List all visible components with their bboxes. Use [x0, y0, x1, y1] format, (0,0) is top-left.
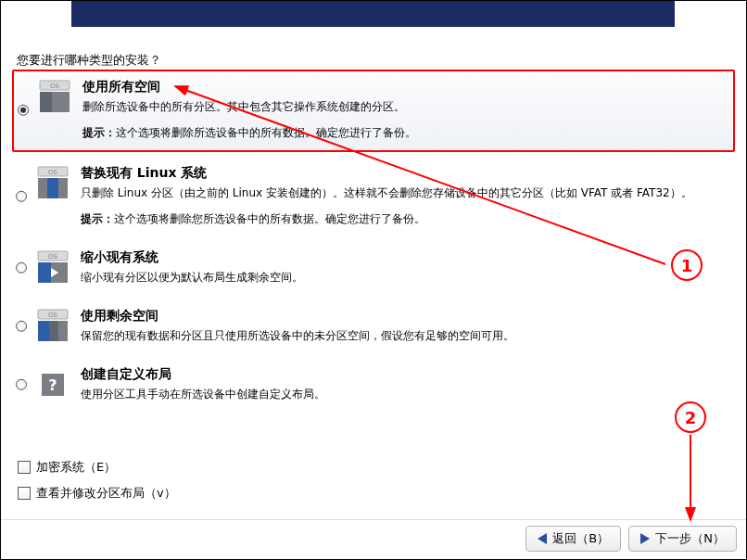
annotation-1: 1 [671, 249, 703, 281]
option-title: 替换现有 Linux 系统 [81, 163, 731, 183]
encrypt-checkbox[interactable] [18, 461, 31, 474]
option-desc: 保留您的现有数据和分区且只使用所选设备中的未分区空间，假设您有足够的空间可用。 [81, 327, 731, 344]
option-use-all-space[interactable]: OS 使用所有空间 删除所选设备中的所有分区。其中包含其它操作系统创建的分区。 … [12, 70, 735, 152]
svg-rect-17 [49, 321, 58, 341]
svg-text:OS: OS [48, 253, 58, 261]
option-desc: 只删除 Linux 分区（由之前的 Linux 安装创建的）。这样就不会删除您存… [81, 185, 731, 201]
option-desc: 使用分区工具手动在所选设备中创建自定义布局。 [81, 386, 731, 402]
review-checkbox[interactable] [18, 487, 31, 500]
bottom-checkboxes: 加密系统（E） 查看并修改分区布局（v） [18, 459, 176, 511]
back-label: 返回（B） [552, 530, 609, 547]
disk-shrink-icon: OS [34, 249, 71, 285]
disk-replace-icon: OS [34, 165, 71, 200]
svg-rect-11 [38, 262, 51, 283]
radio-replace-linux[interactable] [16, 190, 27, 201]
radio-custom-layout[interactable] [16, 378, 27, 389]
back-button[interactable]: 返回（B） [525, 526, 621, 552]
option-title: 创建自定义布局 [81, 364, 731, 384]
radio-shrink[interactable] [16, 261, 27, 273]
disk-custom-icon: ? [34, 366, 71, 401]
radio-use-all-space[interactable] [18, 104, 29, 115]
option-shrink[interactable]: OS 缩小现有系统 缩小现有分区以便为默认布局生成剩余空间。 [12, 242, 735, 295]
arrow-left-icon [538, 533, 547, 544]
review-label: 查看并修改分区布局（v） [36, 485, 176, 502]
option-custom-layout[interactable]: ? 创建自定义布局 使用分区工具手动在所选设备中创建自定义布局。 [12, 359, 735, 412]
option-title: 缩小现有系统 [81, 248, 731, 267]
svg-text:OS: OS [48, 312, 58, 319]
option-desc: 删除所选设备中的所有分区。其中包含其它操作系统创建的分区。 [82, 98, 729, 115]
svg-rect-7 [47, 178, 58, 198]
arrow-right-icon [640, 533, 650, 544]
installer-window: 您要进行哪种类型的安装？ OS 使用所有空间 删除所选设备中的所有分区。其中包含… [0, 0, 747, 560]
next-label: 下一步（N） [655, 530, 725, 547]
encrypt-system-row[interactable]: 加密系统（E） [18, 459, 176, 476]
option-replace-linux[interactable]: OS 替换现有 Linux 系统 只删除 Linux 分区（由之前的 Linux… [12, 158, 735, 236]
option-title: 使用所有空间 [82, 77, 729, 96]
disk-all-icon: OS [36, 79, 73, 114]
install-type-options: OS 使用所有空间 删除所选设备中的所有分区。其中包含其它操作系统创建的分区。 … [12, 70, 735, 417]
disk-free-icon: OS [34, 308, 71, 343]
svg-text:OS: OS [50, 83, 60, 90]
svg-rect-3 [40, 92, 52, 112]
annotation-2: 2 [675, 401, 706, 433]
option-hint: 提示：这个选项将删除您所选设备中的所有数据。确定您进行了备份。 [81, 210, 731, 227]
nav-buttons: 返回（B） 下一步（N） [525, 526, 737, 552]
svg-rect-16 [38, 321, 49, 341]
radio-free-space[interactable] [16, 320, 27, 331]
next-button[interactable]: 下一步（N） [628, 526, 737, 552]
option-hint: 提示：这个选项将删除所选设备中的所有数据。确定您进行了备份。 [82, 124, 729, 141]
option-free-space[interactable]: OS 使用剩余空间 保留您的现有数据和分区且只使用所选设备中的未分区空间，假设您… [12, 300, 735, 353]
header-banner [71, 1, 675, 27]
separator [1, 519, 746, 520]
install-type-prompt: 您要进行哪种类型的安装？ [17, 52, 161, 69]
encrypt-label: 加密系统（E） [36, 459, 116, 476]
option-desc: 缩小现有分区以便为默认布局生成剩余空间。 [81, 269, 731, 286]
svg-text:OS: OS [48, 169, 58, 176]
review-layout-row[interactable]: 查看并修改分区布局（v） [18, 485, 176, 502]
option-title: 使用剩余空间 [81, 306, 731, 325]
svg-text:?: ? [48, 376, 57, 394]
